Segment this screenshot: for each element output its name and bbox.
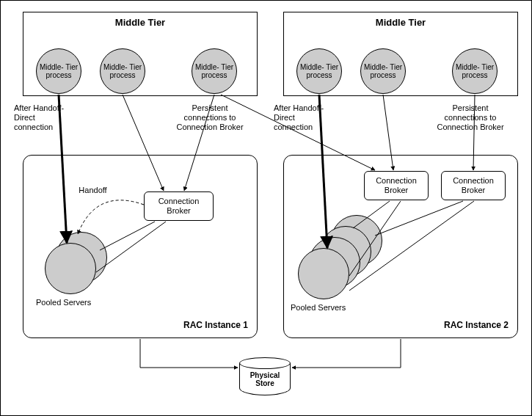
handoff-label: Handoff [73, 186, 113, 195]
middle-tier-right-title: Middle Tier [284, 17, 517, 28]
connection-broker-1: Connection Broker [144, 191, 214, 221]
rac1-pooled-servers-label: Pooled Servers [36, 298, 106, 307]
middle-tier-left-title: Middle Tier [23, 17, 257, 28]
rac-instance-1-title: RAC Instance 1 [183, 320, 248, 330]
rac-instance-2-title: RAC Instance 2 [444, 320, 509, 330]
mt-left-process-1: Middle- Tier process [36, 48, 81, 94]
diagram-canvas: Middle Tier Middle- Tier process Middle-… [0, 0, 532, 416]
rac2-server-1 [298, 248, 349, 299]
mt-right-process-3: Middle- Tier process [452, 48, 498, 94]
physical-store-top [239, 357, 291, 369]
mt-left-process-3: Middle- Tier process [192, 48, 237, 94]
persistent-right-label: Persistent connections to Connection Bro… [426, 103, 514, 133]
after-handoff-right-label: After Handoff- Direct connection [274, 103, 340, 133]
mt-right-process-1: Middle- Tier process [296, 48, 342, 94]
persistent-left-label: Persistent connections to Connection Bro… [166, 103, 254, 133]
rac1-server-1 [45, 243, 96, 294]
after-handoff-left-label: After Handoff- Direct connection [14, 103, 80, 133]
connection-broker-2b: Connection Broker [441, 171, 506, 200]
connection-broker-2a: Connection Broker [364, 171, 429, 200]
rac2-pooled-servers-label: Pooled Servers [291, 303, 360, 313]
mt-right-process-2: Middle- Tier process [360, 48, 406, 94]
mt-left-process-2: Middle- Tier process [100, 48, 145, 94]
